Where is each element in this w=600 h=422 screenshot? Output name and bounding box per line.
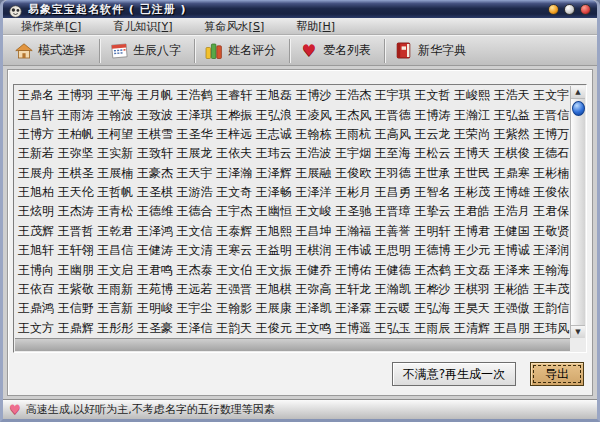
name-cell[interactable]: 王炫明 <box>15 202 55 221</box>
regenerate-button[interactable]: 不满意?再生成一次 <box>392 362 516 386</box>
name-cell[interactable]: 王彬皓 <box>491 280 531 299</box>
name-cell[interactable]: 王强晋 <box>213 280 253 299</box>
name-cell[interactable]: 王博沙 <box>292 86 332 105</box>
name-cell[interactable]: 王博天 <box>451 144 491 163</box>
name-cell[interactable]: 王泽润 <box>530 241 570 260</box>
name-cell[interactable]: 王致轩 <box>134 144 174 163</box>
menu-item-c[interactable]: 操作菜单[C] <box>13 18 89 35</box>
name-cell[interactable]: 王明峻 <box>134 299 174 318</box>
toolbar-button-name-score[interactable]: 姓名评分 <box>199 39 286 62</box>
name-cell[interactable]: 王博羽 <box>55 86 95 105</box>
name-cell[interactable]: 王智名 <box>411 183 451 202</box>
horizontal-scrollbar[interactable] <box>15 338 570 351</box>
name-cell[interactable]: 王翰影 <box>213 299 253 318</box>
name-cell[interactable]: 王君保 <box>530 202 570 221</box>
name-cell[interactable]: 王月帆 <box>134 86 174 105</box>
scroll-up-button[interactable]: ▲ <box>571 86 585 99</box>
name-cell[interactable]: 王彬楠 <box>530 164 570 183</box>
name-cell[interactable]: 王紫然 <box>491 125 531 144</box>
name-cell[interactable]: 王文峻 <box>292 202 332 221</box>
name-cell[interactable]: 王依夫 <box>213 144 253 163</box>
close-button[interactable] <box>580 4 591 15</box>
name-cell[interactable]: 王寒云 <box>213 241 253 260</box>
name-cell[interactable]: 王瀚江 <box>451 105 491 124</box>
name-cell[interactable]: 王博方 <box>15 125 55 144</box>
name-cell[interactable]: 王棋羽 <box>451 280 491 299</box>
name-cell[interactable]: 王幽恒 <box>253 202 293 221</box>
name-cell[interactable]: 王泽鸿 <box>134 222 174 241</box>
name-cell[interactable]: 王羽德 <box>372 164 412 183</box>
name-cell[interactable]: 王彤彤 <box>94 319 134 338</box>
name-cell[interactable]: 王德博 <box>411 241 451 260</box>
name-cell[interactable]: 王旭熙 <box>253 222 293 241</box>
scrollbar-thumb[interactable] <box>572 101 585 116</box>
name-cell[interactable]: 王翰波 <box>94 105 134 124</box>
menu-item-s[interactable]: 算命风水[S] <box>197 18 273 35</box>
name-cell[interactable]: 王昌轩 <box>15 105 55 124</box>
name-cell[interactable]: 王旭棋 <box>253 280 293 299</box>
name-cell[interactable]: 王鼎名 <box>15 86 55 105</box>
name-cell[interactable]: 王文启 <box>94 260 134 279</box>
name-cell[interactable]: 王浩波 <box>292 144 332 163</box>
name-cell[interactable]: 王泽洋 <box>292 183 332 202</box>
name-cell[interactable]: 王茂辉 <box>15 222 55 241</box>
name-cell[interactable]: 王博遥 <box>332 319 372 338</box>
minimize-button[interactable] <box>548 4 559 15</box>
name-cell[interactable]: 王鼎鸿 <box>15 299 55 318</box>
name-cell[interactable]: 王昌朋 <box>491 319 531 338</box>
name-cell[interactable]: 王彬月 <box>332 183 372 202</box>
name-cell[interactable]: 王文鸣 <box>292 319 332 338</box>
name-cell[interactable]: 王言新 <box>94 299 134 318</box>
name-cell[interactable]: 王宇烟 <box>332 144 372 163</box>
toolbar-button-birth-bazi[interactable]: 生辰八字 <box>104 39 191 62</box>
name-cell[interactable]: 王幽朋 <box>55 260 95 279</box>
name-cell[interactable]: 王云暖 <box>372 299 412 318</box>
name-cell[interactable]: 王俊依 <box>530 183 570 202</box>
name-cell[interactable]: 王泽霖 <box>332 299 372 318</box>
name-cell[interactable]: 王展舟 <box>15 164 55 183</box>
name-cell[interactable]: 王瀚福 <box>332 222 372 241</box>
name-cell[interactable]: 王博佑 <box>332 260 372 279</box>
scroll-down-button[interactable]: ▼ <box>571 325 585 338</box>
name-cell[interactable]: 王博诚 <box>491 241 531 260</box>
name-cell[interactable]: 王文哲 <box>411 86 451 105</box>
name-cell[interactable]: 王云龙 <box>411 125 451 144</box>
name-cell[interactable]: 王泽信 <box>174 319 214 338</box>
name-cell[interactable]: 王晋信 <box>530 105 570 124</box>
menu-item-y[interactable]: 育儿知识[Y] <box>105 18 180 35</box>
name-cell[interactable]: 王圣棋 <box>134 183 174 202</box>
name-cell[interactable]: 王棋圣 <box>55 164 95 183</box>
name-cell[interactable]: 王杰泰 <box>174 260 214 279</box>
name-cell[interactable]: 王明轩 <box>411 222 451 241</box>
name-cell[interactable]: 王凌风 <box>292 105 332 124</box>
name-cell[interactable]: 王宇尘 <box>174 299 214 318</box>
name-cell[interactable]: 王高风 <box>372 125 412 144</box>
name-cell[interactable]: 王杰涛 <box>55 202 95 221</box>
name-cell[interactable]: 王泽琪 <box>174 105 214 124</box>
name-cell[interactable]: 王浩天 <box>491 86 531 105</box>
name-cell[interactable]: 王旭柏 <box>15 183 55 202</box>
name-cell[interactable]: 王豪杰 <box>134 164 174 183</box>
name-cell[interactable]: 王晋璋 <box>372 202 412 221</box>
name-cell[interactable]: 王文振 <box>253 260 293 279</box>
name-cell[interactable]: 王展融 <box>292 164 332 183</box>
name-cell[interactable]: 王博雄 <box>491 183 531 202</box>
name-cell[interactable]: 王平海 <box>94 86 134 105</box>
name-cell[interactable]: 王睿轩 <box>213 86 253 105</box>
name-cell[interactable]: 王晋哲 <box>55 222 95 241</box>
name-cell[interactable]: 王敬贤 <box>530 222 570 241</box>
name-cell[interactable]: 王世承 <box>411 164 451 183</box>
name-cell[interactable]: 王雨杭 <box>332 125 372 144</box>
name-cell[interactable]: 王松云 <box>411 144 451 163</box>
name-cell[interactable]: 王鼎辉 <box>55 319 95 338</box>
name-cell[interactable]: 王泰辉 <box>213 222 253 241</box>
name-cell[interactable]: 王伟诚 <box>332 241 372 260</box>
name-cell[interactable]: 王弘玉 <box>372 319 412 338</box>
name-cell[interactable]: 王君皓 <box>451 202 491 221</box>
name-cell[interactable]: 王博涛 <box>411 105 451 124</box>
name-cell[interactable]: 王健国 <box>491 222 531 241</box>
name-cell[interactable]: 王展龙 <box>174 144 214 163</box>
name-cell[interactable]: 王文伯 <box>213 260 253 279</box>
name-cell[interactable]: 王健乔 <box>292 260 332 279</box>
name-cell[interactable]: 王新若 <box>15 144 55 163</box>
